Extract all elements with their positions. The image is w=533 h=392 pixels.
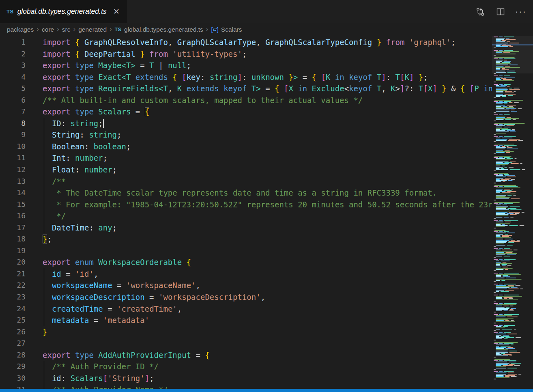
line-number[interactable]: 8: [0, 118, 26, 129]
code-line[interactable]: 29 /** Auth Provider ID */: [0, 361, 492, 373]
line-number[interactable]: 2: [0, 48, 26, 60]
code-line[interactable]: 23 workspaceDescription = 'workspaceDesc…: [0, 291, 492, 303]
line-number[interactable]: 25: [0, 314, 26, 326]
split-editor-icon[interactable]: [496, 7, 505, 17]
code-token: in: [479, 84, 492, 93]
code-line[interactable]: 11 Int: number;: [0, 152, 492, 164]
line-number[interactable]: 28: [0, 349, 26, 361]
breadcrumb-core[interactable]: core: [42, 26, 54, 33]
code-line[interactable]: 22 workspaceName = 'workspaceName',: [0, 280, 492, 291]
code-line[interactable]: 30 id: Scalars['String'];: [0, 373, 492, 384]
line-number[interactable]: 31: [0, 384, 26, 389]
code-line[interactable]: 14 * The DateTime scalar type represents…: [0, 187, 492, 199]
code-token: {: [312, 73, 321, 82]
code-token: * The DateTime scalar type represents da…: [43, 188, 437, 197]
chevron-right-icon: ›: [73, 25, 76, 33]
code-token: string: [210, 73, 238, 82]
code-token: =: [131, 107, 144, 116]
code-token: ;: [242, 50, 247, 58]
code-token: AddAuthProviderInput: [98, 351, 191, 360]
line-number[interactable]: 11: [0, 152, 26, 164]
minimap[interactable]: [492, 36, 533, 386]
line-number[interactable]: 29: [0, 361, 26, 373]
code-token: Float: [52, 165, 75, 174]
code-line[interactable]: 31 /** Auth Provider Name */: [0, 384, 492, 389]
tab-title: global.db.types.generated.ts: [17, 7, 107, 16]
code-area[interactable]: 1import { GraphQLResolveInfo, GraphQLSca…: [0, 37, 492, 389]
code-line[interactable]: 26}: [0, 326, 492, 338]
more-actions-icon[interactable]: ···: [516, 7, 526, 17]
line-number[interactable]: 12: [0, 164, 26, 176]
breadcrumb-generated[interactable]: generated: [78, 26, 107, 33]
tab-global-db-types-generated-ts[interactable]: TS global.db.types.generated.ts ✕: [0, 0, 127, 23]
line-number[interactable]: 17: [0, 222, 26, 234]
line-number[interactable]: 26: [0, 326, 26, 338]
line-number[interactable]: 18: [0, 233, 26, 245]
code-line[interactable]: 7export type Scalars = {: [0, 106, 492, 118]
code-token: ;: [112, 223, 117, 232]
line-number[interactable]: 22: [0, 280, 26, 291]
line-number[interactable]: 14: [0, 187, 26, 199]
line-number[interactable]: 15: [0, 199, 26, 211]
text-cursor: [103, 119, 104, 128]
code-line[interactable]: 1import { GraphQLResolveInfo, GraphQLSca…: [0, 37, 492, 48]
code-line[interactable]: 4export type Exact<T extends { [key: str…: [0, 71, 492, 83]
code-token: GraphQLResolveInfo: [84, 38, 168, 47]
breadcrumb-src[interactable]: src: [62, 26, 71, 33]
line-number[interactable]: 7: [0, 106, 26, 118]
breadcrumb-packages[interactable]: packages: [7, 26, 34, 33]
compare-changes-icon[interactable]: [475, 7, 485, 17]
line-number[interactable]: 1: [0, 37, 26, 48]
line-number[interactable]: 20: [0, 256, 26, 268]
code-line[interactable]: 17 DateTime: any;: [0, 222, 492, 234]
code-line[interactable]: 8 ID: string;: [0, 118, 492, 129]
code-line[interactable]: 21 id = 'id',: [0, 268, 492, 280]
code-line[interactable]: 25 metadata = 'metadata': [0, 314, 492, 326]
line-number[interactable]: 30: [0, 373, 26, 384]
code-token: boolean: [94, 142, 126, 151]
indent-guide: [44, 268, 44, 280]
code-token: metadata: [52, 316, 89, 325]
code-line[interactable]: 6/** All built-in and custom scalars, ma…: [0, 95, 492, 106]
code-token: keyof: [224, 84, 251, 93]
line-number[interactable]: 9: [0, 129, 26, 141]
code-line[interactable]: 9 String: string;: [0, 129, 492, 141]
line-number[interactable]: 19: [0, 245, 26, 257]
code-line[interactable]: 5export type RequireFields<T, K extends …: [0, 83, 492, 95]
code-line[interactable]: 12 Float: number;: [0, 164, 492, 176]
code-line[interactable]: 15 * For example: "1985-04-12T23:20:50.5…: [0, 199, 492, 211]
code-token: string: [71, 119, 99, 128]
line-number[interactable]: 6: [0, 95, 26, 106]
line-number[interactable]: 4: [0, 71, 26, 83]
code-line[interactable]: 2import { DeepPartial } from 'utility-ty…: [0, 48, 492, 60]
line-number[interactable]: 16: [0, 210, 26, 222]
line-number[interactable]: 27: [0, 338, 26, 349]
code-line[interactable]: 10 Boolean: boolean;: [0, 141, 492, 153]
breadcrumb-file[interactable]: TS global.db.types.generated.ts: [115, 26, 203, 33]
breadcrumb-symbol-scalars[interactable]: [] Scalars: [211, 26, 242, 33]
line-number[interactable]: 3: [0, 60, 26, 71]
code-line[interactable]: 18};: [0, 233, 492, 245]
code-line[interactable]: 3export type Maybe<T> = T | null;: [0, 60, 492, 71]
line-number[interactable]: 5: [0, 83, 26, 95]
line-number[interactable]: 24: [0, 303, 26, 315]
code-token: Int: [52, 153, 66, 162]
code-line[interactable]: 20export enum WorkspaceOrderable {: [0, 256, 492, 268]
code-token: /** Auth Provider ID */: [43, 362, 159, 371]
code-token: 'workspaceDescription': [159, 293, 261, 302]
code-line[interactable]: 24 createdTime = 'createdTime',: [0, 303, 492, 315]
code-line[interactable]: 19: [0, 245, 492, 257]
line-number[interactable]: 13: [0, 176, 26, 187]
line-number[interactable]: 21: [0, 268, 26, 280]
line-number[interactable]: 10: [0, 141, 26, 153]
editor-pane[interactable]: 1import { GraphQLResolveInfo, GraphQLSca…: [0, 36, 533, 389]
code-line[interactable]: 13 /**: [0, 176, 492, 187]
line-number[interactable]: 23: [0, 291, 26, 303]
code-token: GraphQLScalarType: [177, 38, 256, 47]
code-line[interactable]: 28export type AddAuthProviderInput = {: [0, 349, 492, 361]
code-line[interactable]: 27: [0, 338, 492, 349]
close-icon[interactable]: ✕: [111, 6, 122, 17]
code-token: {: [187, 258, 191, 267]
code-line[interactable]: 16 */: [0, 210, 492, 222]
code-token: any: [98, 223, 112, 232]
